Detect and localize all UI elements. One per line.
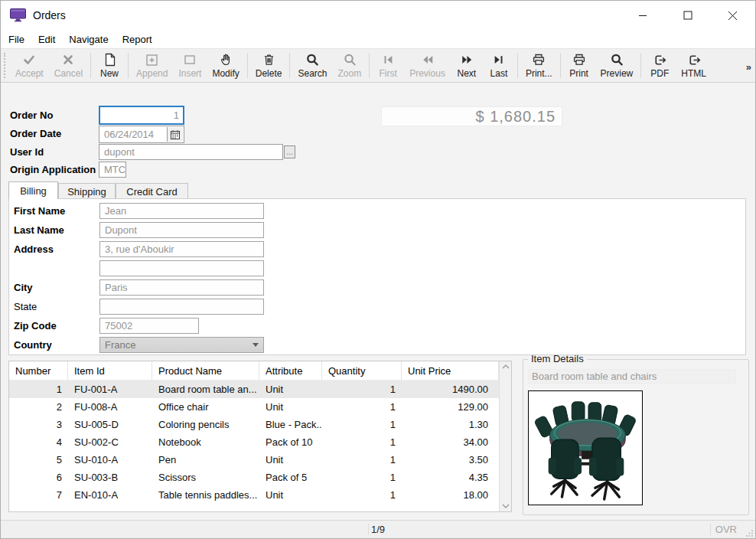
column-header-item-id[interactable]: Item Id <box>68 361 152 380</box>
table-row[interactable]: 1 FU-001-A Board room table an... Unit 1… <box>9 381 511 398</box>
cell-attribute: Unit <box>259 381 322 398</box>
zip-code-label: Zip Code <box>14 320 57 332</box>
search-label: Search <box>298 68 327 79</box>
item-description-field[interactable]: Board room table and chairs <box>528 369 736 384</box>
delete-button[interactable]: Delete <box>250 51 288 80</box>
column-header-attribute[interactable]: Attribute <box>259 361 322 380</box>
address-field[interactable]: 3, rue d'Aboukir <box>99 241 264 257</box>
tab-billing[interactable]: Billing <box>8 181 58 199</box>
cell-attribute: Pack of 10 <box>259 433 322 451</box>
previous-label: Previous <box>409 68 445 79</box>
print-button[interactable]: Print <box>563 51 595 80</box>
country-label: Country <box>14 339 52 351</box>
first-name-field[interactable]: Jean <box>99 203 264 219</box>
status-bar: 1/9 OVR <box>1 520 755 538</box>
chevron-down-icon <box>253 343 259 347</box>
calendar-button[interactable] <box>167 127 183 142</box>
table-row[interactable]: 2 FU-008-A Office chair Unit 1 129.00 <box>9 398 511 416</box>
user-id-browse-button[interactable]: ... <box>284 145 295 158</box>
cell-number: 2 <box>9 398 68 416</box>
city-field[interactable]: Paris <box>99 279 264 296</box>
last-button[interactable]: Last <box>483 51 515 80</box>
insert-label: Insert <box>178 68 201 79</box>
export-html-button[interactable]: HTML <box>676 51 712 80</box>
column-header-unit-price[interactable]: Unit Price <box>402 361 499 380</box>
tab-shipping-label: Shipping <box>67 186 106 198</box>
first-name-value: Jean <box>105 205 126 217</box>
column-header-quantity[interactable]: Quantity <box>322 361 402 380</box>
zip-code-field[interactable]: 75002 <box>99 318 199 334</box>
table-row[interactable]: 4 SU-002-C Notebook Pack of 10 1 34.00 <box>9 433 511 451</box>
order-no-field[interactable]: 1 <box>99 106 184 125</box>
cell-attribute: Unit <box>259 398 322 416</box>
preview-button[interactable]: Preview <box>595 51 639 80</box>
cell-product-name: Board room table an... <box>152 381 259 398</box>
maximize-button[interactable] <box>665 1 710 30</box>
resize-grip[interactable] <box>745 528 754 537</box>
country-value: France <box>105 339 135 351</box>
tab-credit-card[interactable]: Credit Card <box>116 183 188 199</box>
column-header-product-name[interactable]: Product Name <box>152 361 259 380</box>
table-row[interactable]: 6 SU-003-B Scissors Pack of 5 1 4.35 <box>9 469 511 486</box>
menu-navigate[interactable]: Navigate <box>62 32 115 47</box>
cell-quantity: 1 <box>322 451 402 469</box>
preview-label: Preview <box>601 68 634 79</box>
cell-quantity: 1 <box>322 486 402 504</box>
order-no-label: Order No <box>10 109 53 121</box>
table-row[interactable]: 5 SU-010-A Pen Unit 1 3.50 <box>9 451 511 469</box>
state-field[interactable] <box>99 299 264 315</box>
table-row[interactable]: 3 SU-005-D Coloring pencils Blue - Pack.… <box>9 416 511 433</box>
menu-file[interactable]: File <box>2 32 31 47</box>
address-line2-field[interactable] <box>99 260 264 276</box>
menu-edit[interactable]: Edit <box>31 32 62 47</box>
menu-report[interactable]: Report <box>116 32 159 47</box>
modify-button[interactable]: Modify <box>207 51 244 80</box>
next-button[interactable]: Next <box>451 51 483 80</box>
accept-button[interactable]: Accept <box>10 51 49 80</box>
modify-label: Modify <box>212 68 239 79</box>
last-name-field[interactable]: Dupont <box>99 222 264 238</box>
cell-number: 4 <box>9 433 68 451</box>
printer-icon <box>532 52 546 67</box>
print-label: Print <box>569 68 588 79</box>
export-icon <box>687 52 701 67</box>
table-row[interactable]: 7 EN-010-A Table tennis paddles... Unit … <box>9 486 511 504</box>
cell-quantity: 1 <box>322 398 402 416</box>
last-record-icon <box>492 52 505 67</box>
toolbar-grip[interactable] <box>4 53 6 78</box>
cell-product-name: Coloring pencils <box>152 416 259 433</box>
address-label: Address <box>14 243 54 255</box>
close-button[interactable] <box>710 1 755 30</box>
export-pdf-button[interactable]: PDF <box>644 51 676 80</box>
minimize-button[interactable] <box>620 1 665 30</box>
cell-item-id: FU-001-A <box>68 381 152 398</box>
tab-shipping[interactable]: Shipping <box>58 183 116 199</box>
scroll-up-icon[interactable] <box>502 364 510 370</box>
trash-icon <box>262 52 275 67</box>
print-dialog-button[interactable]: Print... <box>520 51 558 80</box>
cancel-button[interactable]: Cancel <box>49 51 88 80</box>
accept-label: Accept <box>15 68 44 79</box>
search-button[interactable]: Search <box>292 51 332 80</box>
scroll-down-icon[interactable] <box>502 503 510 509</box>
cell-attribute: Pack of 5 <box>259 469 322 486</box>
cell-unit-price: 3.50 <box>402 451 499 469</box>
column-header-number[interactable]: Number <box>9 361 68 380</box>
tab-credit-card-label: Credit Card <box>126 186 177 198</box>
first-button[interactable]: First <box>372 51 404 80</box>
previous-button[interactable]: Previous <box>404 51 451 80</box>
zoom-button[interactable]: Zoom <box>333 51 367 80</box>
user-id-field[interactable]: dupont <box>99 144 283 160</box>
table-scrollbar[interactable] <box>499 361 511 511</box>
order-date-field[interactable]: 06/24/2014 <box>99 126 184 143</box>
orders-window: Orders File Edit Navigate Report Accept <box>0 0 756 539</box>
toolbar-separator <box>247 53 248 78</box>
cell-product-name: Pen <box>152 451 259 469</box>
table-header-row: Number Item Id Product Name Attribute Qu… <box>9 361 511 381</box>
insert-button[interactable]: Insert <box>173 51 207 80</box>
origin-application-field[interactable]: MTC <box>99 162 126 178</box>
append-button[interactable]: Append <box>131 51 173 80</box>
country-combobox[interactable]: France <box>99 337 264 353</box>
toolbar-overflow-chevron[interactable]: » <box>746 61 751 73</box>
new-button[interactable]: New <box>93 51 125 80</box>
